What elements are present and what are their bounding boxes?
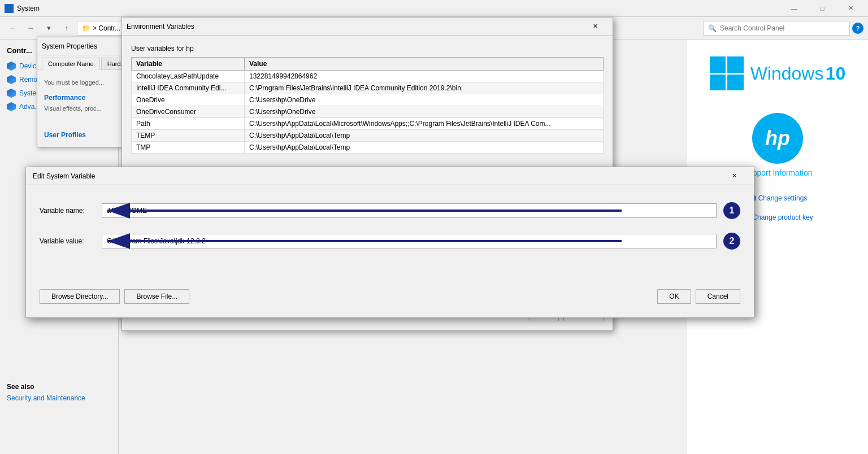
table-row[interactable]: ChocolateyLastPathUpdate 132281499942864… <box>132 71 604 82</box>
edit-ok-cancel-row: OK Cancel <box>657 289 740 304</box>
search-input[interactable] <box>720 24 845 32</box>
shield-icon <box>7 75 16 84</box>
var-name: IntelliJ IDEA Community Edi... <box>132 82 245 94</box>
col-variable: Variable <box>132 58 245 71</box>
table-row[interactable]: TEMP C:\Users\hp\AppData\Local\Temp <box>132 130 604 142</box>
var-value: C:\Users\hp\AppData\Local\Temp <box>245 142 604 154</box>
win-tile-1 <box>710 56 726 73</box>
shield-icon <box>7 89 16 98</box>
edit-dialog-close-button[interactable]: ✕ <box>721 167 747 185</box>
search-box[interactable]: 🔍 <box>703 21 850 36</box>
env-dialog-title: Environment Variables <box>127 23 194 30</box>
var-name: OneDriveConsumer <box>132 106 245 118</box>
see-also-title: See also <box>7 383 85 391</box>
badge-1: 1 <box>723 202 740 219</box>
env-dialog-close-button[interactable]: ✕ <box>582 18 608 36</box>
svg-rect-1 <box>6 11 12 12</box>
env-dialog-titlebar: Environment Variables ✕ <box>122 18 613 36</box>
user-variables-table: Variable Value ChocolateyLastPathUpdate … <box>131 57 604 154</box>
variable-value-input[interactable] <box>102 234 717 248</box>
titlebar-controls: — □ ✕ <box>781 0 863 17</box>
change-product-key-text: Change product key <box>752 213 813 221</box>
search-icon: 🔍 <box>708 24 717 32</box>
variable-name-input[interactable] <box>102 203 717 218</box>
dropdown-button[interactable]: ▾ <box>41 20 57 36</box>
windows-label: Windows <box>750 63 824 84</box>
system-icon <box>5 4 14 13</box>
win-tile-4 <box>727 75 744 91</box>
edit-dialog-title: Edit System Variable <box>33 172 96 180</box>
change-settings-text: Change settings <box>758 194 808 202</box>
edit-ok-button[interactable]: OK <box>657 289 691 304</box>
main-titlebar: System — □ ✕ <box>0 0 868 17</box>
var-value: C:\Users\hp\AppData\Local\Temp <box>245 130 604 142</box>
edit-dialog-titlebar: Edit System Variable ✕ <box>26 167 754 185</box>
var-value: C:\Program Files\JetBrains\IntelliJ IDEA… <box>245 82 604 94</box>
table-row[interactable]: TMP C:\Users\hp\AppData\Local\Temp <box>132 142 604 154</box>
change-settings-link[interactable]: Change settings <box>748 194 808 202</box>
col-value: Value <box>245 58 604 71</box>
close-button[interactable]: ✕ <box>837 0 863 17</box>
var-value: 132281499942864962 <box>245 71 604 82</box>
browse-file-button[interactable]: Browse File... <box>124 289 189 304</box>
var-value: C:\Users\hp\OneDrive <box>245 106 604 118</box>
variable-value-label: Variable value: <box>40 237 102 245</box>
var-name: TEMP <box>132 130 245 142</box>
back-button[interactable]: ← <box>5 20 20 36</box>
variable-name-label: Variable name: <box>40 207 102 215</box>
shield-icon <box>7 62 16 71</box>
breadcrumb-text: > Contr... <box>93 24 120 32</box>
var-value: C:\Users\hp\OneDrive <box>245 94 604 106</box>
windows-logo <box>710 56 744 90</box>
variable-value-row: Variable value: 2 <box>40 233 740 250</box>
up-button[interactable]: ↑ <box>59 20 75 36</box>
win-tile-2 <box>727 56 744 73</box>
windows-logo-area: Windows 10 <box>710 56 846 90</box>
table-row[interactable]: IntelliJ IDEA Community Edi... C:\Progra… <box>132 82 604 94</box>
env-user-vars-title: User variables for hp <box>131 45 604 53</box>
var-name: Path <box>132 118 245 130</box>
breadcrumb-folder-icon: 📁 <box>82 24 90 32</box>
svg-rect-0 <box>6 5 12 10</box>
table-row[interactable]: OneDriveConsumer C:\Users\hp\OneDrive <box>132 106 604 118</box>
edit-dialog-content: Variable name: 1 Variable value: <box>26 185 754 317</box>
sys-props-title: System Properties <box>42 42 97 50</box>
maximize-button[interactable]: □ <box>809 0 835 17</box>
var-value: C:\Users\hp\AppData\Local\Microsoft\Wind… <box>245 118 604 130</box>
security-maintenance-link[interactable]: Security and Maintenance <box>7 394 85 402</box>
see-also-section: See also Security and Maintenance <box>0 376 92 409</box>
windows-version: 10 <box>826 63 846 84</box>
table-row[interactable]: OneDrive C:\Users\hp\OneDrive <box>132 94 604 106</box>
main-titlebar-text: System <box>17 5 40 12</box>
badge-2: 2 <box>723 233 740 250</box>
browse-directory-button[interactable]: Browse Directory... <box>40 289 120 304</box>
var-name: OneDrive <box>132 94 245 106</box>
forward-button[interactable]: → <box>23 20 38 36</box>
help-button[interactable]: ? <box>852 23 863 34</box>
minimize-button[interactable]: — <box>781 0 807 17</box>
edit-system-variable-dialog: Edit System Variable ✕ Variable name: 1 … <box>25 167 754 318</box>
hp-text: hp <box>765 126 790 150</box>
windows-text-group: Windows 10 <box>750 63 846 84</box>
variable-name-row: Variable name: 1 <box>40 202 740 219</box>
edit-dialog-buttons-area: Browse Directory... Browse File... OK Ca… <box>40 272 740 304</box>
shield-icon <box>7 102 16 111</box>
hp-logo: hp <box>752 113 803 164</box>
win-tile-3 <box>710 75 726 91</box>
table-row[interactable]: Path C:\Users\hp\AppData\Local\Microsoft… <box>132 118 604 130</box>
edit-cancel-button[interactable]: Cancel <box>696 289 740 304</box>
browse-buttons: Browse Directory... Browse File... <box>40 289 189 304</box>
var-name: ChocolateyLastPathUpdate <box>132 71 245 82</box>
var-name: TMP <box>132 142 245 154</box>
tab-computer-name[interactable]: Computer Name <box>42 58 100 70</box>
